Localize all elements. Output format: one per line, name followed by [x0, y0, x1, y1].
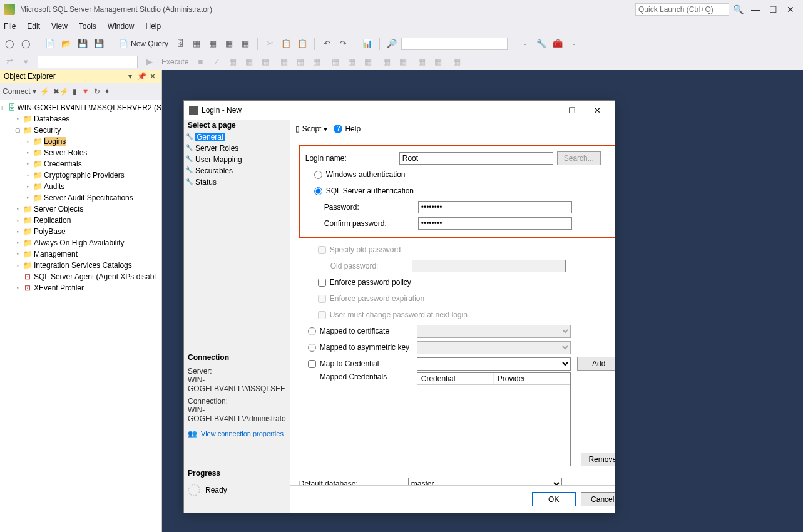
refresh-icon[interactable]: ↻ [94, 87, 100, 96]
expand-icon[interactable]: ▢ [1, 105, 7, 111]
page-general[interactable]: General [184, 131, 290, 143]
expand-icon[interactable]: ▫ [24, 172, 31, 178]
registered-servers-icon[interactable]: ▫ [518, 37, 532, 51]
ok-button[interactable]: OK [532, 492, 576, 506]
save-all-icon[interactable]: 💾 [92, 37, 106, 51]
menu-window[interactable]: Window [108, 22, 135, 31]
undo-icon[interactable]: ↶ [320, 37, 334, 51]
menu-file[interactable]: File [4, 22, 16, 31]
expand-icon[interactable]: ▫ [14, 262, 21, 269]
maximize-button[interactable]: ☐ [764, 4, 782, 14]
nav-forward-icon[interactable]: ◯ [19, 37, 33, 51]
dialog-minimize-button[interactable]: — [534, 106, 560, 115]
dax-icon[interactable]: ▦ [238, 37, 252, 51]
new-query-button[interactable]: 📄New Query [116, 37, 171, 51]
nav-back-icon[interactable]: ◯ [3, 37, 16, 51]
tree-node[interactable]: ▫📁Server Roles [0, 147, 161, 158]
object-explorer-tree[interactable]: ▢ 🗄 WIN-GOGFLBV4NLL\MSSQLSERVER2 (S ▫📁Da… [0, 100, 161, 532]
tree-node[interactable]: ▫📁Credentials [0, 158, 161, 170]
activity-icon[interactable]: ✦ [104, 87, 110, 96]
save-icon[interactable]: 💾 [76, 37, 90, 51]
tree-node[interactable]: ▫📁Always On High Availability [0, 237, 161, 248]
tree-node[interactable]: ▫⊡XEvent Profiler [0, 282, 161, 294]
remove-button[interactable]: Remove [581, 453, 615, 466]
expand-icon[interactable]: ▫ [24, 195, 31, 201]
tree-node[interactable]: ▫📁Management [0, 248, 161, 260]
tree-node[interactable]: ▫📁Integration Services Catalogs [0, 260, 161, 271]
connect-dropdown[interactable]: Connect ▾ [3, 87, 36, 96]
mapped-credentials-table[interactable]: Credential Provider [417, 372, 571, 466]
disconnect-icon[interactable]: ⚡ [40, 87, 49, 96]
tree-node[interactable]: ▫📁Databases [0, 113, 161, 125]
tree-node[interactable]: ▫📁Logins [0, 136, 161, 147]
sql-auth-radio[interactable] [314, 187, 322, 195]
expand-icon[interactable]: ▫ [14, 251, 21, 257]
expand-icon[interactable]: ▫ [14, 240, 21, 246]
tree-node[interactable]: ▫📁Server Audit Specifications [0, 192, 161, 203]
script-button[interactable]: ▯Script▾ [295, 125, 328, 133]
quick-launch-input[interactable] [635, 3, 729, 16]
expand-icon[interactable]: ▫ [14, 217, 21, 223]
dialog-close-button[interactable]: ✕ [585, 106, 610, 115]
expand-icon[interactable]: ▫ [14, 206, 21, 212]
minimize-button[interactable]: — [747, 4, 764, 14]
toolbox-icon[interactable]: 🧰 [551, 37, 565, 51]
view-connection-properties-link[interactable]: View connection properties [201, 430, 284, 437]
panel-close-icon[interactable]: ✕ [148, 72, 158, 81]
filter-icon[interactable]: ▮ [73, 87, 77, 96]
mdx-icon[interactable]: ▦ [190, 37, 203, 51]
tree-node[interactable]: ▢📁Security [0, 125, 161, 136]
tree-server-root[interactable]: ▢ 🗄 WIN-GOGFLBV4NLL\MSSQLSERVER2 (S [0, 102, 161, 113]
xmla-icon[interactable]: ▦ [222, 37, 236, 51]
activity-monitor-icon[interactable]: 📊 [361, 37, 374, 51]
tree-node[interactable]: ▫📁Server Objects [0, 203, 161, 215]
expand-icon[interactable]: ▫ [14, 116, 21, 122]
windows-auth-radio[interactable] [314, 171, 322, 179]
find-icon[interactable]: 🔎 [385, 37, 399, 51]
add-button[interactable]: Add [577, 357, 615, 371]
expand-icon[interactable]: ▢ [14, 127, 21, 133]
enforce-policy-checkbox[interactable] [318, 279, 326, 287]
menu-view[interactable]: View [51, 22, 68, 31]
panel-dropdown-icon[interactable]: ▾ [125, 72, 135, 81]
tree-node[interactable]: ⊡SQL Server Agent (Agent XPs disabl [0, 271, 161, 282]
dmx-icon[interactable]: ▦ [206, 37, 220, 51]
redo-icon[interactable]: ↷ [336, 37, 350, 51]
page-status[interactable]: Status [184, 176, 290, 188]
tree-node[interactable]: ▫📁Replication [0, 215, 161, 226]
find-combo[interactable] [401, 38, 508, 50]
help-button[interactable]: ?Help [334, 125, 361, 133]
new-project-icon[interactable]: 📄 [43, 37, 57, 51]
search-button[interactable]: Search... [557, 151, 601, 165]
mapped-certificate-radio[interactable] [308, 327, 316, 335]
db-engine-query-icon[interactable]: 🗄 [173, 37, 187, 51]
properties-icon[interactable]: 🔧 [534, 37, 548, 51]
quick-launch[interactable] [635, 3, 729, 16]
tree-node[interactable]: ▫📁PolyBase [0, 226, 161, 237]
search-icon[interactable]: 🔍 [729, 4, 747, 14]
mapped-asymmetric-radio[interactable] [308, 344, 316, 352]
dialog-maximize-button[interactable]: ☐ [560, 106, 585, 115]
filter2-icon[interactable]: 🔻 [81, 87, 90, 96]
close-button[interactable]: ✕ [782, 4, 799, 14]
page-user-mapping[interactable]: User Mapping [184, 154, 290, 165]
tree-node[interactable]: ▫📁Cryptographic Providers [0, 170, 161, 181]
page-server-roles[interactable]: Server Roles [184, 143, 290, 154]
default-database-combo[interactable]: master [408, 478, 562, 486]
cancel-button[interactable]: Cancel [581, 492, 615, 506]
menu-edit[interactable]: Edit [27, 22, 40, 31]
login-name-input[interactable] [399, 152, 553, 165]
expand-icon[interactable]: ▫ [24, 150, 31, 156]
expand-icon[interactable]: ▫ [24, 138, 31, 145]
confirm-password-input[interactable] [418, 217, 572, 230]
panel-pin-icon[interactable]: 📌 [136, 72, 146, 81]
expand-icon[interactable]: ▫ [14, 228, 21, 235]
page-securables[interactable]: Securables [184, 165, 290, 176]
menu-tools[interactable]: Tools [79, 22, 96, 31]
map-credential-checkbox[interactable] [308, 360, 316, 368]
tree-node[interactable]: ▫📁Audits [0, 181, 161, 192]
menu-help[interactable]: Help [146, 22, 161, 31]
expand-icon[interactable]: ▫ [24, 161, 31, 167]
password-input[interactable] [418, 201, 572, 213]
expand-icon[interactable]: ▫ [24, 183, 31, 190]
